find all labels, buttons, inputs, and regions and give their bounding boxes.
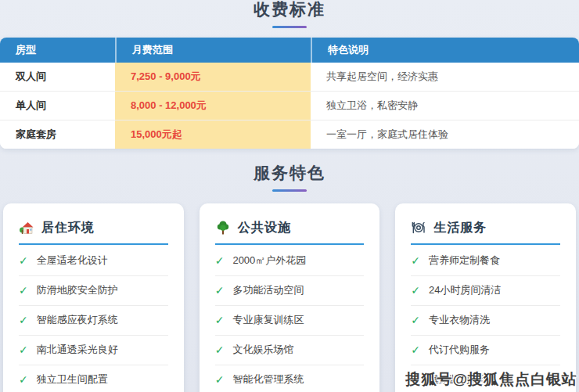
dining-icon (411, 220, 426, 236)
service-item-label: 文化娱乐场馆 (232, 343, 293, 357)
list-item: ✓ 营养师定制餐食 (411, 246, 560, 276)
pricing-title-underline (272, 26, 307, 28)
pricing-table-body: 双人间 7,250 - 9,000元 共享起居空间，经济实惠 单人间 8,000… (0, 63, 579, 149)
card-divider (411, 243, 560, 245)
fee-range-cell: 15,000元起 (115, 120, 311, 149)
table-row: 家庭套房 15,000元起 一室一厅，家庭式居住体验 (0, 120, 579, 149)
service-cards: 居住环境 ✓ 全屋适老化设计 ✓ 防滑地胶安全防护 ✓ 智能感应夜灯系统 ✓ 南… (0, 203, 579, 392)
pricing-table-header-row: 房型 月费范围 特色说明 (0, 38, 579, 63)
card-header: 居住环境 (19, 219, 168, 236)
list-item: ✓ 独立卫生间配置 (19, 365, 168, 392)
service-item-label: 专业衣物清洗 (429, 313, 490, 327)
list-item: ✓ 专业康复训练区 (215, 306, 365, 336)
feature-desc-cell: 一室一厅，家庭式居住体验 (311, 120, 579, 149)
feature-desc-cell: 独立卫浴，私密安静 (311, 92, 579, 120)
service-item-label: 智能感应夜灯系统 (37, 313, 118, 327)
list-item: ✓ 南北通透采光良好 (19, 336, 168, 365)
list-item: ✓ 2000㎡户外花园 (215, 246, 365, 276)
service-item-label: 防滑地胶安全防护 (37, 283, 118, 297)
check-icon: ✓ (215, 314, 225, 326)
house-icon (19, 220, 34, 236)
card-public-facilities: 公共设施 ✓ 2000㎡户外花园 ✓ 多功能活动空间 ✓ 专业康复训练区 ✓ 文… (200, 203, 380, 392)
list-item: ✓ 全屋适老化设计 (19, 246, 168, 276)
check-icon: ✓ (215, 343, 225, 356)
check-icon: ✓ (19, 284, 28, 297)
check-icon: ✓ (215, 284, 225, 297)
check-icon: ✓ (19, 314, 28, 326)
check-icon: ✓ (215, 373, 225, 386)
list-item: ✓ 专业衣物清洗 (411, 306, 560, 336)
tree-icon (215, 220, 231, 236)
column-header-feature-desc: 特色说明 (311, 38, 579, 63)
list-item: ✓ 代订代购服务 (411, 336, 560, 365)
table-row: 单人间 8,000 - 12,000元 独立卫浴，私密安静 (0, 92, 579, 120)
service-item-label: 营养师定制餐食 (429, 254, 500, 268)
service-item-label: 2000㎡户外花园 (232, 254, 306, 268)
page: 收费标准 房型 月费范围 特色说明 双人间 7,250 - 9,000元 共享起… (0, 0, 579, 390)
card-title: 居住环境 (41, 220, 95, 236)
feature-desc-cell: 共享起居空间，经济实惠 (311, 63, 579, 91)
list-item: ✓ 智能感应夜灯系统 (19, 306, 168, 336)
check-icon: ✓ (19, 254, 28, 267)
card-living-environment: 居住环境 ✓ 全屋适老化设计 ✓ 防滑地胶安全防护 ✓ 智能感应夜灯系统 ✓ 南… (3, 203, 184, 392)
service-item-label: 南北通透采光良好 (37, 343, 118, 357)
service-item-label: 智能化管理系统 (232, 372, 304, 387)
card-divider (215, 243, 365, 245)
services-section-title: 服务特色 (0, 162, 579, 184)
card-title: 公共设施 (238, 220, 291, 236)
service-item-label: 全屋适老化设计 (37, 254, 108, 268)
card-header: 公共设施 (215, 219, 365, 236)
list-item: ✓ 24小时房间清洁 (411, 276, 560, 306)
check-icon: ✓ (411, 254, 420, 267)
check-icon: ✓ (411, 284, 420, 297)
list-item: ✓ 多功能活动空间 (215, 276, 365, 306)
list-item: ✓ 防滑地胶安全防护 (19, 276, 168, 306)
list-item: ✓ 文化娱乐场馆 (215, 336, 365, 365)
service-item-label: 专业康复训练区 (232, 313, 304, 327)
service-item-label: 代订代购服务 (429, 343, 490, 357)
room-type-cell: 家庭套房 (0, 120, 115, 149)
room-type-cell: 单人间 (0, 92, 115, 120)
pricing-section-title: 收费标准 (0, 0, 579, 20)
fee-range-cell: 7,250 - 9,000元 (115, 63, 311, 91)
card-life-services: 生活服务 ✓ 营养师定制餐食 ✓ 24小时房间清洁 ✓ 专业衣物清洗 ✓ 代订代… (395, 203, 576, 392)
card-title: 生活服务 (433, 220, 487, 236)
check-icon: ✓ (411, 343, 420, 356)
card-header: 生活服务 (411, 219, 560, 236)
column-header-room-type: 房型 (0, 38, 115, 63)
check-icon: ✓ (215, 254, 225, 267)
check-icon: ✓ (19, 373, 28, 386)
table-row: 双人间 7,250 - 9,000元 共享起居空间，经济实惠 (0, 63, 579, 92)
fee-range-cell: 8,000 - 12,000元 (115, 92, 311, 120)
check-icon: ✓ (19, 343, 28, 356)
card-divider (19, 243, 168, 245)
service-item-label: 24小时房间清洁 (429, 283, 501, 297)
room-type-cell: 双人间 (0, 63, 115, 91)
service-item-label: 多功能活动空间 (232, 283, 304, 297)
check-icon: ✓ (411, 314, 420, 326)
column-header-fee-range: 月费范围 (115, 38, 311, 63)
watermark: 搜狐号@搜狐焦点白银站 (405, 369, 577, 390)
services-title-underline (272, 189, 307, 192)
service-item-label: 独立卫生间配置 (37, 372, 108, 387)
pricing-table: 房型 月费范围 特色说明 双人间 7,250 - 9,000元 共享起居空间，经… (0, 38, 579, 149)
list-item: ✓ 智能化管理系统 (215, 365, 365, 392)
